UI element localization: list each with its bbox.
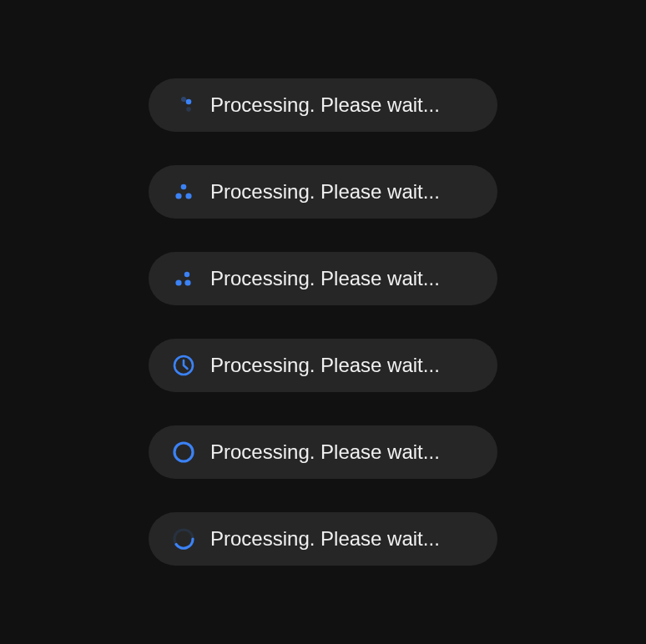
spinner-ring-icon	[172, 440, 195, 464]
svg-point-1	[186, 99, 192, 105]
svg-point-10	[174, 443, 193, 461]
status-pill: Processing. Please wait...	[149, 165, 497, 219]
status-text: Processing. Please wait...	[210, 527, 440, 551]
svg-point-5	[185, 193, 191, 199]
status-pill: Processing. Please wait...	[149, 252, 497, 305]
spinner-dots-fade-icon	[172, 93, 195, 117]
svg-point-0	[181, 97, 186, 102]
spinner-dots-variant-icon	[172, 267, 195, 290]
svg-point-4	[175, 193, 181, 199]
svg-point-2	[186, 107, 191, 112]
spinner-dots-triangle-icon	[172, 180, 195, 204]
status-text: Processing. Please wait...	[210, 440, 440, 464]
spinner-arc-icon	[172, 527, 195, 551]
svg-point-8	[184, 279, 190, 285]
clock-icon	[172, 354, 195, 377]
status-text: Processing. Please wait...	[210, 180, 440, 204]
svg-point-7	[175, 279, 181, 285]
status-pill: Processing. Please wait...	[149, 78, 497, 132]
status-text: Processing. Please wait...	[210, 354, 440, 377]
status-text: Processing. Please wait...	[210, 267, 440, 290]
svg-point-3	[181, 184, 187, 190]
status-text: Processing. Please wait...	[210, 93, 440, 117]
status-pill: Processing. Please wait...	[149, 512, 497, 566]
status-pill: Processing. Please wait...	[149, 425, 497, 479]
status-pill: Processing. Please wait...	[149, 339, 497, 392]
svg-point-6	[184, 272, 189, 277]
